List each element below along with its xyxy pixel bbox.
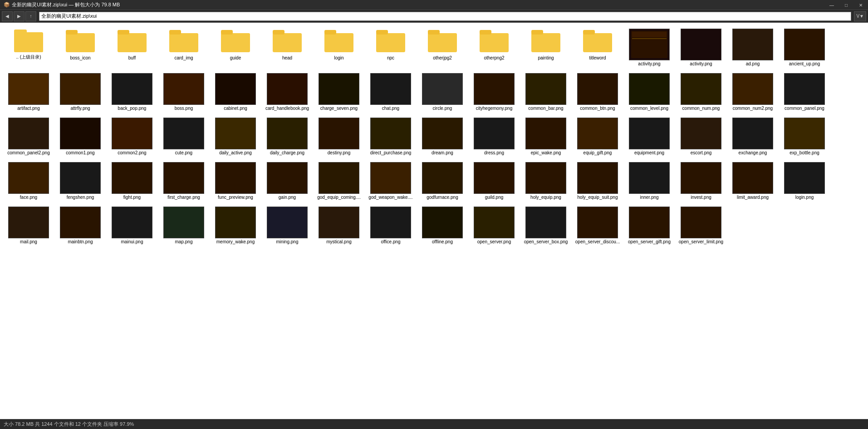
folder-item-painting[interactable]: painting [521,26,571,69]
folder-item-parent[interactable]: .. (上级目录) [4,26,54,69]
folder-item-titleword[interactable]: titleword [573,26,623,69]
file-item-common_bar[interactable]: common_bar.png [521,71,571,113]
folder-item-login[interactable]: login [314,26,364,69]
file-item-mainui[interactable]: mainui.png [107,204,157,247]
file-item-dress[interactable]: dress.png [469,115,519,158]
file-thumb-29 [525,118,566,149]
file-item-artifact[interactable]: artifact.png [4,71,54,113]
file-thumb-41 [319,162,359,194]
file-item-god_equip_coming----[interactable]: god_equip_coming.... [314,160,364,202]
file-item-limit_award[interactable]: limit_award.png [728,160,778,202]
folder-item-head[interactable]: head [262,26,312,69]
title-text: 全新的幽灵UI素材.zip\xui — 解包大小为 79.8 MB [12,1,120,8]
file-item-open_server[interactable]: open_server.png [469,204,519,247]
back-button[interactable]: ◀ [2,11,13,21]
file-item-gain[interactable]: gain.png [262,160,312,202]
file-thumb-4 [60,73,101,105]
folder-item-npc[interactable]: npc [366,26,416,69]
folder-item-card-img[interactable]: card_img [159,26,209,69]
file-thumb-20 [60,118,101,149]
file-item-equipment[interactable]: equipment.png [624,115,674,158]
file-item-direct_purchase[interactable]: direct_purchase.png [366,115,416,158]
file-item-circle[interactable]: circle.png [417,71,467,113]
file-item-open_server_limit[interactable]: open_server_limit.png [676,204,726,247]
folder-item-boss-icon[interactable]: boss_icon [55,26,105,69]
file-item-face[interactable]: face.png [4,160,54,202]
file-item-cityhegemony[interactable]: cityhegemony.png [469,71,519,113]
file-item-common_btn[interactable]: common_btn.png [573,71,623,113]
file-item-dream[interactable]: dream.png [417,115,467,158]
file-item-exchange[interactable]: exchange.png [728,115,778,158]
file-item-open_server_discou---[interactable]: open_server_discou... [573,204,623,247]
file-item-back_pop[interactable]: back_pop.png [107,71,157,113]
file-name-16: common_num.png [682,106,720,111]
file-item-map[interactable]: map.png [159,204,209,247]
file-name-activity: activity.png [638,61,660,67]
file-item-holy_equip_suit[interactable]: holy_equip_suit.png [573,160,623,202]
file-item-first_charge[interactable]: first_charge.png [159,160,209,202]
file-item-god_weapon_wake----[interactable]: god_weapon_wake.... [366,160,416,202]
file-item-cute[interactable]: cute.png [159,115,209,158]
file-item-daily_active[interactable]: daily_active.png [211,115,260,158]
file-item-activity[interactable]: activity.png [676,26,726,69]
folder-item-otherjpg2[interactable]: otherjpg2 [417,26,467,69]
file-item-holy_equip[interactable]: holy_equip.png [521,160,571,202]
file-item-activity[interactable]: activity.png [624,26,674,69]
file-item-attrfly[interactable]: attrfly.png [55,71,105,113]
file-item-open_server_box[interactable]: open_server_box.png [521,204,571,247]
minimize-button[interactable]: — [824,0,839,10]
file-item-memory_wake[interactable]: memory_wake.png [211,204,260,247]
file-item-exp_bottle[interactable]: exp_bottle.png [780,115,829,158]
file-item-ad[interactable]: ad.png [728,26,778,69]
file-item-mainbtn[interactable]: mainbtn.png [55,204,105,247]
view-button[interactable]: V▼ [854,11,866,21]
file-name-51: mail.png [20,239,37,245]
file-name-34: exp_bottle.png [790,150,819,156]
file-item-common_level[interactable]: common_level.png [624,71,674,113]
file-item-mining[interactable]: mining.png [262,204,312,247]
file-item-common_num[interactable]: common_num.png [676,71,726,113]
file-item-invest[interactable]: invest.png [676,160,726,202]
folder-item-otherpng2[interactable]: otherpng2 [469,26,519,69]
file-item-fight[interactable]: fight.png [107,160,157,202]
file-thumb-58 [370,207,411,238]
file-item-common_panel2[interactable]: common_panel2.png [4,115,54,158]
file-item-inner[interactable]: inner.png [624,160,674,202]
file-item-daily_charge[interactable]: daily_charge.png [262,115,312,158]
folder-item-guide[interactable]: guide [211,26,260,69]
file-item-office[interactable]: office.png [366,204,416,247]
file-item-login[interactable]: login.png [780,160,829,202]
close-button[interactable]: ✕ [853,0,868,10]
maximize-button[interactable]: □ [839,0,853,10]
file-item-epic_wake[interactable]: epic_wake.png [521,115,571,158]
file-item-cabinet[interactable]: cabinet.png [211,71,260,113]
file-item-offline[interactable]: offline.png [417,204,467,247]
file-item-func_preview[interactable]: func_preview.png [211,160,260,202]
up-button[interactable]: ↑ [25,11,36,21]
file-item-common2[interactable]: common2.png [107,115,157,158]
file-item-escort[interactable]: escort.png [676,115,726,158]
file-item-common1[interactable]: common1.png [55,115,105,158]
file-item-fengshen[interactable]: fengshen.png [55,160,105,202]
file-item-godfurnace[interactable]: godfurnace.png [417,160,467,202]
file-thumb-12 [474,73,515,105]
file-item-common_num2[interactable]: common_num2.png [728,71,778,113]
file-item-boss[interactable]: boss.png [159,71,209,113]
file-item-card_handlebook[interactable]: card_handlebook.png [262,71,312,113]
forward-button[interactable]: ▶ [14,11,25,21]
file-item-mail[interactable]: mail.png [4,204,54,247]
file-item-open_server_gift[interactable]: open_server_gift.png [624,204,674,247]
file-item-mystical[interactable]: mystical.png [314,204,364,247]
file-item-ancient_up[interactable]: ancient_up.png [780,26,829,69]
address-bar[interactable] [39,12,851,21]
file-thumb-34 [784,118,825,149]
file-name-8: card_handlebook.png [265,106,309,111]
folder-item-buff[interactable]: buff [107,26,157,69]
file-item-chat[interactable]: chat.png [366,71,416,113]
file-item-common_panel[interactable]: common_panel.png [780,71,829,113]
file-item-guild[interactable]: guild.png [469,160,519,202]
file-item-destiny[interactable]: destiny.png [314,115,364,158]
file-item-charge_seven[interactable]: charge_seven.png [314,71,364,113]
file-item-equip_gift[interactable]: equip_gift.png [573,115,623,158]
svg-rect-10 [273,33,302,52]
